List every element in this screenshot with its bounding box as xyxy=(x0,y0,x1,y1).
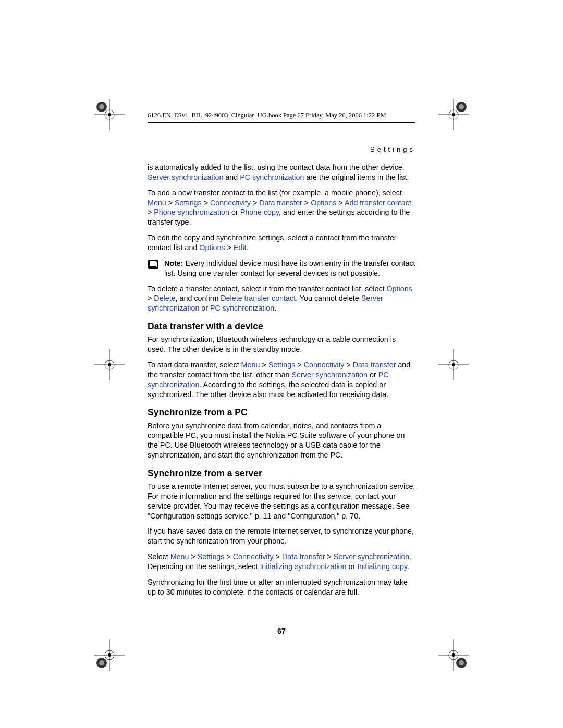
svg-point-13 xyxy=(99,660,104,665)
paragraph: For synchronization, Bluetooth wireless … xyxy=(148,335,415,354)
crop-mark-icon xyxy=(438,639,469,671)
paragraph: To delete a transfer contact, select it … xyxy=(148,284,415,314)
svg-point-7 xyxy=(459,104,464,109)
heading-data-transfer-device: Data transfer with a device xyxy=(148,320,415,332)
paragraph: To start data transfer, select Menu > Se… xyxy=(148,360,415,399)
svg-point-27 xyxy=(108,363,111,366)
svg-point-5 xyxy=(108,113,111,116)
note-text: Note: Every individual device must have … xyxy=(164,258,415,278)
note-icon xyxy=(148,259,159,269)
svg-point-11 xyxy=(452,113,455,116)
paragraph: Select Menu > Settings > Connectivity > … xyxy=(148,552,415,572)
paragraph: Synchronizing for the first time or afte… xyxy=(148,577,415,597)
paragraph: To edit the copy and synchronize setting… xyxy=(148,233,415,253)
svg-point-17 xyxy=(108,653,111,657)
body-content: is automatically added to the list, usin… xyxy=(148,163,415,603)
note-block: Note: Every individual device must have … xyxy=(148,258,415,278)
paragraph: To use a remote Internet server, you mus… xyxy=(148,482,415,521)
paragraph: Before you synchronize data from calenda… xyxy=(148,421,415,460)
section-label: Settings xyxy=(370,145,415,153)
svg-point-19 xyxy=(459,660,464,665)
svg-rect-33 xyxy=(150,261,156,266)
svg-point-23 xyxy=(452,653,455,657)
page-header-meta: 6126.EN_ESv1_BIL_9249003_Cingular_UG.boo… xyxy=(148,112,386,119)
page-number: 67 xyxy=(0,627,563,635)
crop-mark-icon xyxy=(94,99,125,130)
paragraph: To add a new transfer contact to the lis… xyxy=(148,188,415,227)
heading-sync-server: Synchronize from a server xyxy=(148,467,415,479)
svg-point-1 xyxy=(99,104,104,109)
paragraph: is automatically added to the list, usin… xyxy=(148,163,415,182)
crop-mark-icon xyxy=(94,349,125,380)
crop-mark-icon xyxy=(438,349,469,380)
paragraph: If you have saved data on the remote Int… xyxy=(148,526,415,546)
heading-sync-pc: Synchronize from a PC xyxy=(148,406,415,418)
svg-point-31 xyxy=(452,363,455,366)
crop-mark-icon xyxy=(438,99,469,130)
crop-mark-icon xyxy=(94,639,125,671)
header-rule xyxy=(148,122,415,123)
